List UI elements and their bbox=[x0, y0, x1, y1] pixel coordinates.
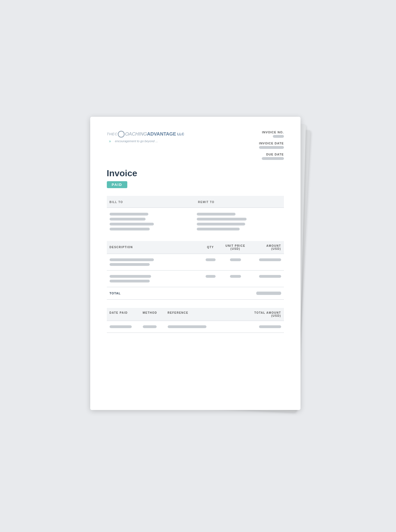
pd-method bbox=[143, 325, 168, 328]
due-date-value-bar bbox=[262, 157, 284, 160]
remit-line-4 bbox=[197, 228, 240, 230]
logo-llc: LLC bbox=[177, 132, 184, 136]
td-amount-1 bbox=[251, 258, 281, 261]
desc-1-line-2 bbox=[110, 263, 150, 266]
amount-2-bar bbox=[259, 275, 281, 278]
remit-line-3 bbox=[197, 223, 245, 225]
bill-remit-content bbox=[107, 208, 284, 235]
td-unit-price-1 bbox=[220, 258, 251, 261]
payment-section: DATE PAID METHOD REFERENCE TOTAL AMOUNT … bbox=[107, 308, 284, 333]
method-bar bbox=[143, 325, 157, 328]
remit-line-2 bbox=[197, 218, 247, 220]
pd-total bbox=[251, 325, 281, 328]
invoice-title: Invoice bbox=[107, 168, 284, 178]
table-header-row: DESCRIPTION QTY UNIT PRICE (USD) AMOUNT … bbox=[107, 241, 284, 254]
paid-badge: PAID bbox=[107, 181, 127, 188]
bill-line-3 bbox=[110, 223, 154, 225]
invoice-no-label: INVOICE NO. bbox=[262, 131, 284, 134]
total-row: TOTAL bbox=[107, 287, 284, 300]
remit-line-1 bbox=[197, 213, 235, 216]
logo-tagline-row: » encouragement to go beyond ... bbox=[109, 139, 184, 143]
logo-tagline: encouragement to go beyond ... bbox=[115, 139, 158, 143]
td-qty-2 bbox=[201, 275, 220, 278]
td-qty-1 bbox=[201, 258, 220, 261]
qty-1-bar bbox=[206, 258, 216, 261]
total-amount-col bbox=[251, 292, 281, 295]
logo-oaching: OACHING bbox=[125, 131, 147, 137]
bill-remit-section: BILL TO REMIT TO bbox=[107, 196, 284, 235]
desc-2-line-1 bbox=[110, 275, 151, 278]
invoice-meta: INVOICE NO. INVOICE DATE DUE DATE bbox=[259, 131, 284, 160]
logo-the: THE bbox=[107, 132, 115, 136]
bill-col bbox=[110, 213, 197, 230]
payment-data-row bbox=[107, 321, 284, 333]
logo-advantage: ADVANTAGE bbox=[147, 131, 176, 137]
items-section: DESCRIPTION QTY UNIT PRICE (USD) AMOUNT … bbox=[107, 241, 284, 300]
payment-total-bar bbox=[259, 325, 281, 328]
invoice-paper: THE C OACHING ADVANTAGE LLC » encouragem… bbox=[90, 117, 301, 410]
invoice-date-label: INVOICE DATE bbox=[259, 142, 284, 145]
remit-to-header: REMIT TO bbox=[195, 199, 284, 204]
svg-point-0 bbox=[118, 131, 124, 137]
td-unit-price-2 bbox=[220, 275, 251, 278]
bill-line-2 bbox=[110, 218, 146, 220]
unit-price-2-bar bbox=[230, 275, 241, 278]
date-paid-bar bbox=[110, 325, 132, 328]
ph-method: METHOD bbox=[143, 311, 168, 314]
due-date-item: DUE DATE bbox=[259, 153, 284, 160]
remit-to-label: REMIT TO bbox=[198, 201, 215, 204]
bill-line-4 bbox=[110, 228, 150, 230]
bill-to-header: BILL TO bbox=[107, 199, 195, 204]
desc-2-line-2 bbox=[110, 280, 150, 282]
logo-circle-icon bbox=[118, 131, 125, 138]
page-wrapper: THE C OACHING ADVANTAGE LLC » encouragem… bbox=[90, 117, 306, 416]
ph-date-paid: DATE PAID bbox=[110, 311, 143, 314]
invoice-date-item: INVOICE DATE bbox=[259, 142, 284, 149]
pd-date-paid bbox=[110, 325, 143, 328]
td-desc-2 bbox=[110, 275, 201, 282]
reference-bar bbox=[168, 325, 206, 328]
bill-line-1 bbox=[110, 213, 148, 216]
remit-col bbox=[197, 213, 284, 230]
due-date-label: DUE DATE bbox=[266, 153, 284, 156]
th-qty: QTY bbox=[201, 246, 220, 249]
unit-price-1-bar bbox=[230, 258, 241, 261]
ph-total-amount: TOTAL AMOUNT (USD) bbox=[251, 311, 281, 317]
logo-row: THE C OACHING ADVANTAGE LLC bbox=[107, 131, 184, 138]
table-row-2 bbox=[107, 271, 284, 287]
bill-remit-header-row: BILL TO REMIT TO bbox=[107, 196, 284, 207]
invoice-date-value-bar bbox=[259, 146, 284, 149]
invoice-no-value-bar bbox=[273, 135, 284, 138]
td-amount-2 bbox=[251, 275, 281, 278]
ph-reference: REFERENCE bbox=[168, 311, 251, 314]
logo-arrows-icon: » bbox=[109, 139, 111, 143]
th-amount: AMOUNT (USD) bbox=[251, 244, 281, 250]
pd-reference bbox=[168, 325, 251, 328]
invoice-no-item: INVOICE NO. bbox=[259, 131, 284, 138]
invoice-header: THE C OACHING ADVANTAGE LLC » encouragem… bbox=[107, 131, 284, 160]
td-desc-1 bbox=[110, 258, 201, 266]
table-row-1 bbox=[107, 254, 284, 271]
logo-coaching-text: C bbox=[115, 132, 117, 136]
invoice-title-section: Invoice PAID bbox=[107, 168, 284, 188]
th-description: DESCRIPTION bbox=[110, 246, 201, 249]
desc-1-line-1 bbox=[110, 258, 154, 261]
total-amount-bar bbox=[256, 292, 281, 295]
th-unit-price: UNIT PRICE (USD) bbox=[220, 244, 251, 250]
bill-to-label: BILL TO bbox=[110, 201, 123, 204]
payment-header-row: DATE PAID METHOD REFERENCE TOTAL AMOUNT … bbox=[107, 308, 284, 321]
logo-area: THE C OACHING ADVANTAGE LLC » encouragem… bbox=[107, 131, 184, 143]
amount-1-bar bbox=[259, 258, 281, 261]
qty-2-bar bbox=[206, 275, 216, 278]
total-label: TOTAL bbox=[110, 292, 251, 295]
